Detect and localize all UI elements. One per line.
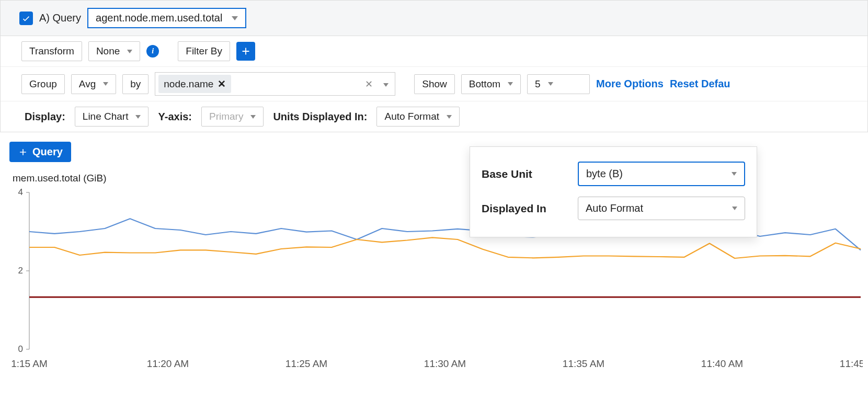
svg-text:11:45 AM: 11:45 AM [840,358,863,369]
show-direction-select[interactable]: Bottom [461,74,521,94]
group-by-tag[interactable]: node.name ✕ [158,75,231,93]
remove-tag-icon[interactable]: ✕ [218,78,226,90]
query-enable-checkbox[interactable] [19,12,33,25]
group-by-label: by [122,74,149,94]
chevron-down-icon [232,16,238,20]
chevron-down-icon [250,115,256,119]
group-by-tag-input[interactable]: node.name ✕ ✕ [155,72,395,96]
filter-by-label: Filter By [178,41,230,61]
show-count-select[interactable]: 5 [527,74,590,94]
query-label: A) Query [39,12,81,24]
transform-label: Transform [21,41,82,61]
units-label: Units Displayed In: [270,107,370,127]
units-popover: Base Unit byte (B) Displayed In Auto For… [470,146,757,237]
chevron-down-icon [103,82,108,86]
transform-select[interactable]: None [88,41,140,61]
group-row: Group Avg by node.name ✕ ✕ Show Bottom 5… [1,66,867,101]
show-label: Show [414,74,455,94]
svg-text:11:35 AM: 11:35 AM [563,358,604,369]
svg-text:11:30 AM: 11:30 AM [424,358,466,369]
chevron-down-icon [732,172,737,176]
displayed-in-select[interactable]: Auto Format [578,197,745,220]
chevron-down-icon [127,50,132,53]
svg-text:11:40 AM: 11:40 AM [701,358,743,369]
query-header: A) Query agent.node.mem.used.total [0,0,868,36]
display-row: Display: Line Chart Y-axis: Primary Unit… [1,101,867,132]
display-label: Display: [21,107,68,127]
svg-text:0: 0 [18,344,23,354]
chevron-down-icon[interactable] [380,78,392,89]
chevron-down-icon [508,82,513,86]
chevron-down-icon [732,207,737,210]
units-select[interactable]: Auto Format [376,107,460,127]
transform-row: Transform None i Filter By [1,36,867,66]
group-label: Group [21,74,65,94]
reset-defaults-link[interactable]: Reset Defau [670,78,730,90]
add-filter-button[interactable] [236,42,255,61]
chart-type-select[interactable]: Line Chart [75,107,149,127]
group-agg-select[interactable]: Avg [71,74,116,94]
base-unit-label: Base Unit [482,168,532,180]
base-unit-select[interactable]: byte (B) [578,162,745,186]
add-query-button[interactable]: Query [9,142,71,162]
metric-value: agent.node.mem.used.total [96,12,222,24]
displayed-in-label: Displayed In [482,202,546,215]
svg-text:4: 4 [18,187,23,197]
svg-text:2: 2 [18,266,23,276]
clear-all-tags-icon[interactable]: ✕ [362,78,376,90]
yaxis-label: Y-axis: [155,107,195,127]
chevron-down-icon [447,115,452,119]
more-options-link[interactable]: More Options [596,78,664,90]
chevron-down-icon [548,82,553,86]
yaxis-select[interactable]: Primary [201,107,264,127]
svg-text:11:20 AM: 11:20 AM [147,358,189,369]
info-icon[interactable]: i [146,45,159,58]
svg-text:1:15 AM: 1:15 AM [11,358,48,369]
chevron-down-icon [135,115,141,119]
svg-text:11:25 AM: 11:25 AM [285,358,327,369]
plus-icon [18,147,28,157]
metric-select[interactable]: agent.node.mem.used.total [87,8,246,28]
